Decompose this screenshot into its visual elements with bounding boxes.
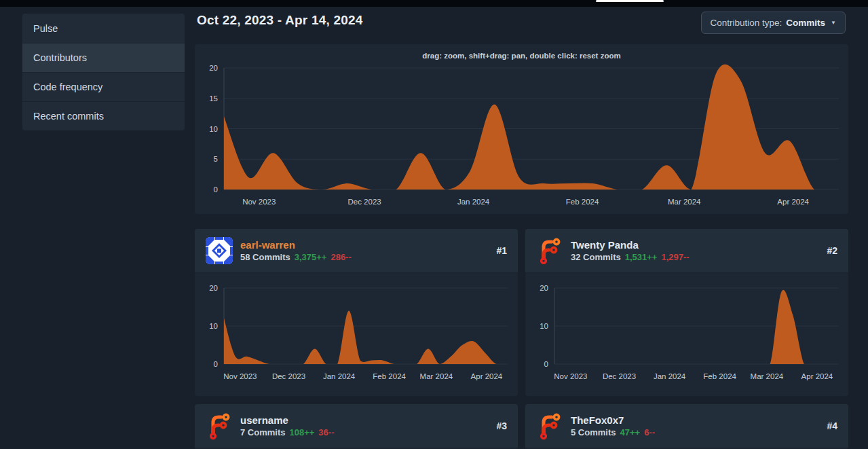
additions-count: 108++ bbox=[289, 427, 314, 438]
svg-text:5: 5 bbox=[214, 155, 218, 163]
svg-text:Mar 2024: Mar 2024 bbox=[668, 198, 701, 206]
contributor-name[interactable]: username bbox=[240, 414, 334, 427]
forgejo-logo-avatar bbox=[206, 412, 233, 439]
commit-count: 58 Commits bbox=[240, 251, 290, 263]
active-tab-indicator[interactable] bbox=[596, 0, 664, 2]
svg-text:Feb 2024: Feb 2024 bbox=[703, 372, 736, 380]
svg-text:Apr 2024: Apr 2024 bbox=[801, 372, 833, 380]
contributor-card-header: Twenty Panda 32 Commits 1,531++ 1,297-- … bbox=[525, 229, 848, 273]
contributor-card-3: username 7 Commits 108++ 36-- #3 bbox=[195, 404, 518, 449]
contributor-card-2: Twenty Panda 32 Commits 1,531++ 1,297-- … bbox=[525, 229, 848, 396]
contribution-type-value: Commits bbox=[786, 18, 825, 28]
contribution-type-label: Contribution type: bbox=[711, 18, 782, 28]
deletions-count: 36-- bbox=[318, 427, 334, 438]
commit-count: 5 Commits bbox=[571, 427, 616, 438]
sidebar-item-recent-commits[interactable]: Recent commits bbox=[22, 101, 185, 130]
deletions-count: 286-- bbox=[331, 251, 351, 263]
sidebar-item-contributors[interactable]: Contributors bbox=[22, 43, 185, 72]
rank-badge: #4 bbox=[827, 420, 837, 431]
contributor-name[interactable]: TheFox0x7 bbox=[571, 414, 655, 427]
svg-text:Jan 2024: Jan 2024 bbox=[323, 372, 356, 380]
svg-text:Apr 2024: Apr 2024 bbox=[471, 372, 503, 380]
contributor-name-link[interactable]: earl-warren bbox=[240, 238, 352, 251]
rank-badge: #3 bbox=[496, 420, 507, 431]
date-range-title: Oct 22, 2023 - Apr 14, 2024 bbox=[197, 13, 362, 28]
contributor-card-1: earl-warren 58 Commits 3,375++ 286-- #1 … bbox=[195, 229, 518, 396]
svg-text:20: 20 bbox=[540, 284, 548, 292]
svg-text:Dec 2023: Dec 2023 bbox=[347, 198, 381, 206]
contributor-card-4: TheFox0x7 5 Commits 47++ 6-- #4 bbox=[525, 404, 848, 449]
svg-text:Jan 2024: Jan 2024 bbox=[457, 198, 490, 206]
top-tab-bar bbox=[0, 0, 868, 7]
sidebar-item-pulse[interactable]: Pulse bbox=[22, 14, 185, 43]
contributor-card-header: earl-warren 58 Commits 3,375++ 286-- #1 bbox=[195, 229, 518, 273]
svg-text:0: 0 bbox=[544, 360, 548, 368]
rank-badge: #1 bbox=[496, 245, 507, 256]
total-contributions-card: drag: zoom, shift+drag: pan, double clic… bbox=[195, 44, 848, 214]
svg-text:10: 10 bbox=[540, 322, 548, 330]
svg-text:Nov 2023: Nov 2023 bbox=[554, 372, 587, 380]
svg-text:10: 10 bbox=[209, 125, 218, 133]
identicon-avatar bbox=[206, 237, 233, 264]
svg-text:20: 20 bbox=[209, 284, 218, 292]
additions-count: 47++ bbox=[620, 427, 640, 438]
svg-text:Mar 2024: Mar 2024 bbox=[420, 372, 453, 380]
svg-text:0: 0 bbox=[214, 185, 218, 194]
deletions-count: 1,297-- bbox=[661, 251, 689, 263]
svg-text:0: 0 bbox=[214, 360, 218, 368]
contributor-card-header: TheFox0x7 5 Commits 47++ 6-- #4 bbox=[525, 404, 848, 448]
commit-count: 32 Commits bbox=[571, 251, 621, 263]
activity-sidebar: Pulse Contributors Code frequency Recent… bbox=[22, 14, 185, 130]
chevron-down-icon: ▼ bbox=[831, 20, 836, 26]
forgejo-logo-avatar bbox=[536, 412, 563, 439]
contributor-card-header: username 7 Commits 108++ 36-- #3 bbox=[195, 404, 518, 448]
svg-text:Nov 2023: Nov 2023 bbox=[242, 198, 276, 206]
svg-text:20: 20 bbox=[209, 64, 218, 72]
svg-text:Apr 2024: Apr 2024 bbox=[777, 198, 809, 206]
svg-text:Jan 2024: Jan 2024 bbox=[654, 372, 686, 380]
contributor-chart[interactable]: 01020Nov 2023Dec 2023Jan 2024Feb 2024Mar… bbox=[195, 273, 518, 396]
additions-count: 1,531++ bbox=[625, 251, 658, 263]
sidebar-item-code-frequency[interactable]: Code frequency bbox=[22, 72, 185, 101]
svg-text:Feb 2024: Feb 2024 bbox=[373, 372, 406, 380]
svg-text:Feb 2024: Feb 2024 bbox=[566, 198, 599, 206]
rank-badge: #2 bbox=[827, 245, 837, 256]
svg-text:10: 10 bbox=[209, 322, 218, 330]
svg-text:15: 15 bbox=[209, 94, 218, 103]
contributor-chart[interactable]: 01020Nov 2023Dec 2023Jan 2024Feb 2024Mar… bbox=[525, 273, 848, 396]
commit-count: 7 Commits bbox=[240, 427, 285, 438]
svg-text:Dec 2023: Dec 2023 bbox=[272, 372, 305, 380]
additions-count: 3,375++ bbox=[295, 251, 327, 263]
total-contributions-chart[interactable]: 05101520Nov 2023Dec 2023Jan 2024Feb 2024… bbox=[195, 44, 848, 214]
svg-text:Nov 2023: Nov 2023 bbox=[223, 372, 257, 380]
forgejo-logo-avatar bbox=[536, 237, 563, 264]
deletions-count: 6-- bbox=[644, 427, 655, 438]
svg-text:Mar 2024: Mar 2024 bbox=[751, 372, 784, 380]
contributor-name[interactable]: Twenty Panda bbox=[571, 238, 690, 251]
contribution-type-dropdown[interactable]: Contribution type: Commits ▼ bbox=[701, 12, 846, 34]
svg-text:Dec 2023: Dec 2023 bbox=[603, 372, 636, 380]
